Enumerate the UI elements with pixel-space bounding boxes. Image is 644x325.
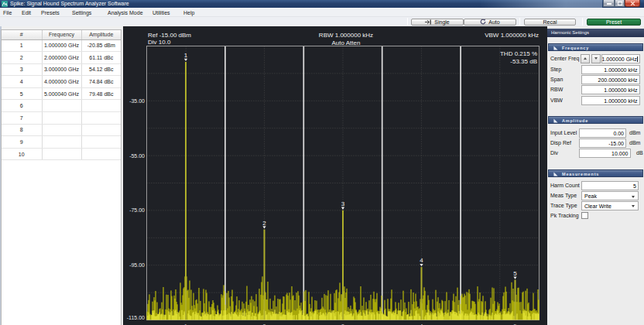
svg-text:Auto Atten: Auto Atten [332, 39, 361, 46]
svg-text:RBW 1.000000 kHz: RBW 1.000000 kHz [319, 32, 373, 39]
svg-text:-55.00: -55.00 [129, 153, 145, 159]
svg-text:-75.00: -75.00 [129, 207, 145, 213]
svg-text:3: 3 [341, 200, 345, 207]
svg-text:-53.35 dB: -53.35 dB [510, 58, 537, 65]
svg-text:2: 2 [262, 220, 266, 227]
svg-text:5: 5 [513, 270, 517, 277]
svg-text:1: 1 [184, 52, 188, 59]
svg-text:-95.00: -95.00 [129, 262, 145, 268]
svg-text:Div 10.0: Div 10.0 [148, 39, 171, 46]
svg-text:-115.00: -115.00 [127, 315, 145, 320]
svg-text:-35.00: -35.00 [129, 98, 145, 104]
svg-text:4: 4 [420, 257, 423, 264]
svg-text:VBW 1.000000 kHz: VBW 1.000000 kHz [485, 32, 539, 39]
svg-text:THD 0.215 %: THD 0.215 % [500, 50, 537, 57]
svg-text:Ref -15.00 dBm: Ref -15.00 dBm [148, 32, 191, 39]
